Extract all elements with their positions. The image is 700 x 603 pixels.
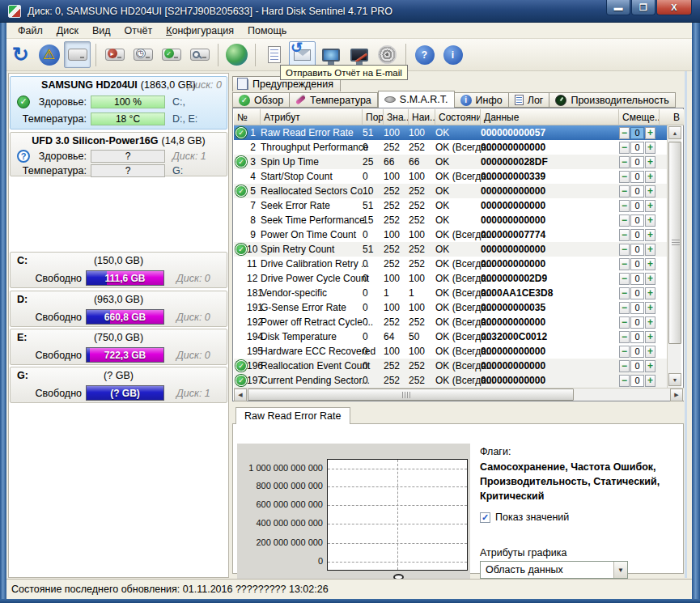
offset-decrease-button[interactable]: −	[619, 375, 630, 387]
offset-increase-button[interactable]: +	[645, 375, 655, 387]
table-row[interactable]: ✓12 Drive Power Cycle Count 0 100 100 OK…	[234, 271, 668, 286]
refresh-button[interactable]: ↻	[7, 41, 34, 68]
maximize-button[interactable]: ❐	[631, 0, 655, 15]
table-row[interactable]: ✓2 Throughput Performance 0 252 252 OK (…	[234, 140, 668, 155]
horizontal-scrollbar[interactable]: ◀ ▶	[234, 388, 684, 401]
tab-info[interactable]: iИнфо	[455, 92, 509, 108]
titlebar[interactable]: Диск: 0, SAMSUNG HD204UI [S2H7J90B205633…	[0, 0, 700, 23]
table-row[interactable]: ✓4 Start/Stop Count 0 100 100 OK (Всегда…	[234, 169, 668, 184]
offset-decrease-button[interactable]: −	[619, 287, 630, 299]
offset-decrease-button[interactable]: −	[619, 273, 630, 285]
offset-increase-button[interactable]: +	[645, 229, 655, 241]
table-row[interactable]: ✓5 Reallocated Sectors Co... 10 252 252 …	[234, 184, 668, 198]
offset-increase-button[interactable]: +	[645, 244, 655, 256]
menu-item-отчёт[interactable]: Отчёт	[118, 23, 159, 38]
menu-item-вид[interactable]: Вид	[86, 23, 117, 38]
offset-increase-button[interactable]: +	[645, 200, 655, 212]
scroll-right-button[interactable]: ▶	[670, 389, 683, 401]
table-row[interactable]: ✓181 Vendor-specific 0 1 1 OK (Всегда...…	[234, 286, 668, 300]
menu-item-файл[interactable]: Файл	[11, 23, 49, 38]
scroll-up-button[interactable]: ▲	[668, 126, 681, 139]
offset-decrease-button[interactable]: −	[619, 200, 630, 212]
offset-decrease-button[interactable]: −	[619, 316, 630, 329]
offset-increase-button[interactable]: +	[645, 316, 655, 329]
column-header-offset[interactable]: Смеще...	[619, 109, 660, 125]
table-row[interactable]: ✓194 Disk Temperature 0 64 50 OK (Всегда…	[234, 329, 668, 344]
offset-increase-button[interactable]: +	[645, 287, 655, 299]
tab-log[interactable]: Лог	[509, 92, 550, 108]
table-row[interactable]: ✓8 Seek Time Performance 15 252 252 OK 0…	[234, 213, 668, 227]
horizontal-scroll-thumb[interactable]	[248, 389, 574, 401]
alerts-button[interactable]: ⚠	[36, 41, 62, 68]
column-header-value[interactable]: Зна...	[384, 109, 409, 125]
offset-increase-button[interactable]: +	[645, 273, 655, 285]
menu-item-конфигурация[interactable]: Конфигурация	[159, 23, 240, 38]
menu-item-диск[interactable]: Диск	[50, 23, 85, 38]
volume-panel-c[interactable]: C:(150,0 GB) Свободно 111,6 GB Диск: 0	[10, 252, 227, 288]
network-disk-button[interactable]	[223, 41, 250, 68]
tab-smart[interactable]: S.M.A.R.T.	[378, 91, 455, 108]
detail-tab[interactable]: Raw Read Error Rate	[235, 407, 350, 424]
volume-panel-g[interactable]: G:(? GB) Свободно (? GB) Диск: 1	[10, 367, 227, 403]
scroll-down-button[interactable]: ▼	[668, 373, 681, 386]
scroll-left-button[interactable]: ◀	[234, 389, 247, 401]
offset-increase-button[interactable]: +	[645, 185, 655, 197]
offset-increase-button[interactable]: +	[645, 156, 655, 168]
table-row[interactable]: ✓7 Seek Error Rate 51 252 252 OK 0000000…	[234, 198, 668, 213]
table-row[interactable]: ✓197 Current Pending Sector... 0 252 252…	[234, 373, 668, 388]
offset-decrease-button[interactable]: −	[619, 331, 630, 343]
disk-panel-samsung[interactable]: SAMSUNG HD204UI (1863,0 GB) Диск: 0 ✓ Зд…	[10, 76, 227, 130]
offset-increase-button[interactable]: +	[645, 127, 655, 139]
help-button[interactable]: ?	[411, 41, 438, 68]
minimize-button[interactable]: ▬	[606, 0, 630, 15]
offset-increase-button[interactable]: +	[645, 346, 655, 358]
disk-test-ok-button[interactable]: ✓	[158, 41, 185, 68]
offset-decrease-button[interactable]: −	[619, 360, 630, 372]
column-header-worst[interactable]: Наи...	[409, 109, 435, 125]
offset-decrease-button[interactable]: −	[619, 214, 630, 227]
disk-schedule-button[interactable]: ◷	[129, 41, 156, 68]
offset-increase-button[interactable]: +	[645, 331, 655, 343]
offset-increase-button[interactable]: +	[645, 142, 655, 154]
offset-decrease-button[interactable]: −	[619, 229, 630, 241]
offset-decrease-button[interactable]: −	[619, 346, 630, 358]
offset-increase-button[interactable]: +	[645, 214, 655, 227]
tab-overview[interactable]: ✓Обзор	[232, 92, 290, 108]
table-row[interactable]: ✓3 Spin Up Time 25 66 66 OK 0000000028DF…	[234, 155, 668, 169]
volume-panel-e[interactable]: E:(750,0 GB) Свободно 722,3 GB Диск: 0	[10, 329, 227, 365]
disk-acoustic-button[interactable]: ▸	[101, 41, 128, 68]
disk-panel-ufd[interactable]: UFD 3.0 Silicon-Power16G (14,8 GB) ? Здо…	[10, 132, 227, 176]
offset-decrease-button[interactable]: −	[619, 171, 630, 183]
offset-decrease-button[interactable]: −	[619, 185, 630, 197]
offset-decrease-button[interactable]: −	[619, 142, 630, 154]
chevron-down-icon[interactable]: ▼	[613, 562, 627, 578]
offset-decrease-button[interactable]: −	[619, 127, 630, 139]
table-row[interactable]: ✓191 G-Sense Error Rate 0 100 100 OK (Вс…	[234, 300, 668, 315]
column-header-data[interactable]: Данные	[481, 109, 619, 125]
column-header-attribute[interactable]: Атрибут	[261, 109, 363, 125]
offset-increase-button[interactable]: +	[645, 258, 655, 270]
offset-decrease-button[interactable]: −	[619, 244, 630, 256]
tab-performance[interactable]: Производительность	[549, 92, 675, 108]
table-row[interactable]: ✓196 Reallocation Event Count 0 252 252 …	[234, 359, 668, 373]
about-button[interactable]: i	[439, 41, 466, 68]
table-row[interactable]: ✓10 Spin Retry Count 51 252 252 OK 00000…	[234, 242, 668, 257]
vertical-scroll-thumb[interactable]	[668, 142, 681, 344]
table-row[interactable]: ✓9 Power On Time Count 0 100 100 OK (Все…	[234, 227, 668, 242]
column-header-status[interactable]: Состояние	[435, 109, 481, 125]
offset-decrease-button[interactable]: −	[619, 258, 630, 270]
close-button[interactable]: X	[656, 0, 692, 15]
table-row[interactable]: ✓11 Drive Calibration Retry ... 0 252 25…	[234, 257, 668, 271]
disk-surface-test-button[interactable]	[186, 41, 213, 68]
offset-decrease-button[interactable]: −	[619, 302, 630, 314]
show-values-checkbox[interactable]: ✓	[480, 512, 490, 523]
offset-increase-button[interactable]: +	[645, 171, 655, 183]
vertical-scrollbar[interactable]: ▲ ▼	[667, 125, 681, 388]
disk-view-button[interactable]	[64, 41, 91, 68]
offset-increase-button[interactable]: +	[645, 302, 655, 314]
tab-temperature[interactable]: Температура	[290, 92, 378, 108]
menu-item-помощь[interactable]: Помощь	[241, 23, 293, 38]
table-row[interactable]: ✓195 Hardware ECC Recovered 0 100 100 OK…	[234, 344, 668, 359]
column-header-threshold[interactable]: Пор...	[363, 109, 384, 125]
column-header-number[interactable]: №	[234, 109, 261, 125]
